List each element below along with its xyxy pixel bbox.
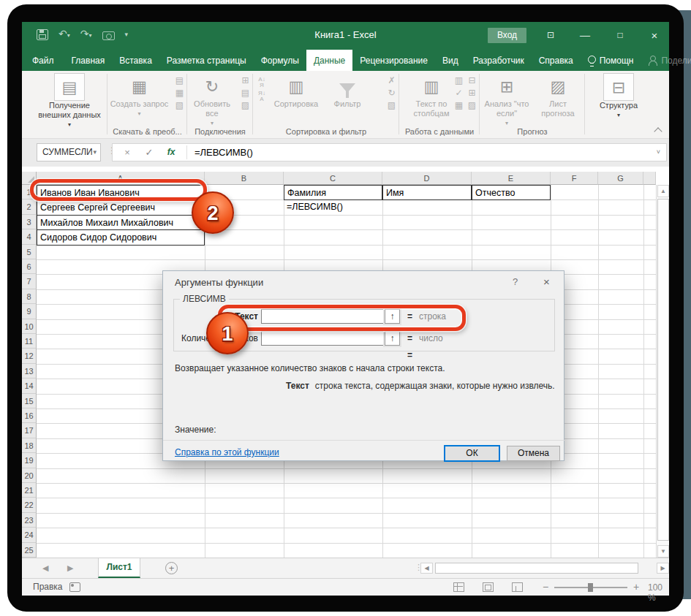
vertical-scroll-thumb[interactable]	[657, 199, 669, 541]
row-header-24[interactable]: 24	[22, 528, 37, 542]
row-header-23[interactable]: 23	[22, 513, 37, 528]
close-icon[interactable]: ×	[643, 26, 665, 45]
column-header-C[interactable]: C	[284, 172, 382, 185]
tab-вставка[interactable]: Вставка	[112, 50, 159, 71]
scroll-up-icon[interactable]: ▲	[657, 185, 669, 197]
reapply-filter-icon[interactable]: ↻	[386, 88, 397, 98]
page-break-view-icon[interactable]	[512, 582, 523, 592]
row-header-20[interactable]: 20	[22, 468, 37, 483]
row-header-17[interactable]: 17	[22, 423, 37, 438]
tab-разработчик[interactable]: Разработчик	[466, 50, 532, 71]
row-header-6[interactable]: 6	[22, 259, 37, 274]
recent-sources-icon[interactable]: ▧	[174, 100, 185, 110]
tab-главная[interactable]: Главная	[64, 50, 113, 71]
macro-record-icon[interactable]	[69, 582, 80, 592]
column-header-partial[interactable]	[643, 172, 656, 185]
function-help-link[interactable]: Справка по этой функции	[175, 447, 279, 457]
row-header-3[interactable]: 3	[22, 215, 37, 229]
add-sheet-icon[interactable]: +	[165, 562, 178, 574]
column-header-B[interactable]: B	[205, 172, 284, 185]
row-header-5[interactable]: 5	[22, 245, 37, 259]
cancel-icon[interactable]: ×	[118, 144, 136, 161]
row-header-21[interactable]: 21	[22, 483, 37, 498]
tab-поделиться[interactable]: Поделиться	[641, 50, 691, 71]
row-header-2[interactable]: 2	[22, 199, 37, 214]
from-table-icon[interactable]: ▦	[174, 88, 185, 98]
row-header-12[interactable]: 12	[22, 349, 37, 363]
ribbon-display-options-icon[interactable]: ⊡	[540, 26, 562, 45]
page-layout-view-icon[interactable]	[483, 582, 494, 592]
cancel-button[interactable]: Отмена	[507, 446, 560, 461]
connections-icon[interactable]: ⊞	[240, 75, 251, 85]
row-header-10[interactable]: 10	[22, 319, 37, 334]
row-header-25[interactable]: 25	[22, 543, 37, 558]
expand-formula-bar-icon[interactable]: ˅	[657, 144, 660, 161]
data-validation-icon[interactable]: ✓	[453, 88, 464, 98]
cell-A2[interactable]: Сергеев Сергей Сергеевич	[37, 199, 205, 215]
sign-in-button[interactable]: Вход	[488, 28, 526, 43]
row-header-14[interactable]: 14	[22, 379, 37, 393]
zoom-slider-thumb[interactable]	[588, 583, 593, 592]
tab-файл[interactable]: Файл	[22, 50, 64, 71]
cell-E1[interactable]: Отчество	[472, 185, 551, 200]
row-header-8[interactable]: 8	[22, 289, 37, 304]
dialog-close-icon[interactable]: ×	[543, 275, 550, 288]
row-header-13[interactable]: 13	[22, 364, 37, 379]
scroll-left-icon[interactable]: ◀	[420, 563, 433, 574]
dialog-help-icon[interactable]: ?	[513, 276, 518, 287]
normal-view-icon[interactable]	[453, 582, 464, 592]
prev-sheet-icon[interactable]: ◀	[42, 563, 48, 573]
horizontal-scrollbar[interactable]: ◀ ▶	[420, 562, 669, 575]
name-box[interactable]: СУММЕСЛИ▾	[37, 143, 101, 161]
cell-C1[interactable]: Фамилия	[284, 185, 382, 200]
cell-D1[interactable]: Имя	[382, 185, 472, 200]
row-header-7[interactable]: 7	[22, 274, 37, 289]
column-header-D[interactable]: D	[382, 172, 472, 185]
column-header-E[interactable]: E	[472, 172, 551, 185]
row-header-11[interactable]: 11	[22, 334, 37, 349]
maximize-icon[interactable]: □	[609, 26, 631, 45]
formula-text[interactable]: =ЛЕВСИМВ()	[195, 144, 253, 161]
enter-icon[interactable]: ✓	[140, 144, 158, 161]
tab-разметка страницы[interactable]: Разметка страницы	[159, 50, 254, 71]
consolidate-icon[interactable]: ⊞	[467, 88, 477, 98]
row-header-16[interactable]: 16	[22, 408, 37, 423]
sort-za-icon[interactable]: Я↓ А	[255, 91, 268, 102]
tab-справка[interactable]: Справка	[532, 50, 581, 71]
scroll-down-icon[interactable]: ▼	[657, 545, 669, 558]
horizontal-scroll-thumb[interactable]	[435, 563, 638, 574]
edit-links-icon[interactable]: ▨	[240, 100, 251, 110]
row-header-18[interactable]: 18	[22, 438, 37, 453]
column-header-F[interactable]: F	[551, 172, 598, 185]
row-header-4[interactable]: 4	[22, 229, 37, 244]
name-box-dropdown-icon[interactable]: ▾	[93, 144, 97, 161]
cell-C2[interactable]: =ЛЕВСИМВ()	[284, 199, 382, 215]
tab-данные[interactable]: Данные	[306, 50, 352, 71]
formula-input-area[interactable]: × ✓ fx =ЛЕВСИМВ() ˅	[112, 143, 667, 161]
tab-вид[interactable]: Вид	[435, 50, 466, 71]
manage-data-model-icon[interactable]: ▨	[467, 100, 477, 110]
row-header-22[interactable]: 22	[22, 498, 37, 512]
next-sheet-icon[interactable]: ▶	[67, 563, 73, 573]
flash-fill-icon[interactable]: ▥	[453, 75, 464, 85]
ok-button[interactable]: ОК	[444, 445, 500, 462]
vertical-scrollbar[interactable]: ▲ ▼	[656, 185, 669, 558]
tab-помощн[interactable]: Помощн	[581, 50, 641, 71]
zoom-in-icon[interactable]: +	[633, 581, 639, 593]
tab-формулы[interactable]: Формулы	[254, 50, 306, 71]
tab-рецензирование[interactable]: Рецензирование	[352, 50, 435, 71]
column-header-G[interactable]: G	[598, 172, 643, 185]
insert-function-icon[interactable]: fx	[162, 144, 180, 161]
sort-az-icon[interactable]: А↓ Я	[255, 77, 268, 88]
relationships-icon[interactable]: ▦	[453, 100, 464, 110]
zoom-percentage[interactable]: 100 %	[648, 582, 669, 603]
ribbon-button-Структура[interactable]: ⊟Структура▾	[587, 73, 650, 120]
ribbon-button-Получение внешних данных[interactable]: ▤Получение внешних данных▾	[38, 73, 101, 129]
sheet-tab[interactable]: Лист1	[98, 558, 140, 578]
remove-duplicates-icon[interactable]: ⊟	[467, 75, 477, 85]
cell-A3[interactable]: Михайлов Михаил Михайлович	[37, 215, 205, 230]
row-header-19[interactable]: 19	[22, 453, 37, 468]
advanced-filter-icon[interactable]: ▧	[386, 100, 397, 110]
show-queries-icon[interactable]: ▤	[174, 75, 185, 85]
field-input-Количество знаков[interactable]	[261, 331, 384, 346]
